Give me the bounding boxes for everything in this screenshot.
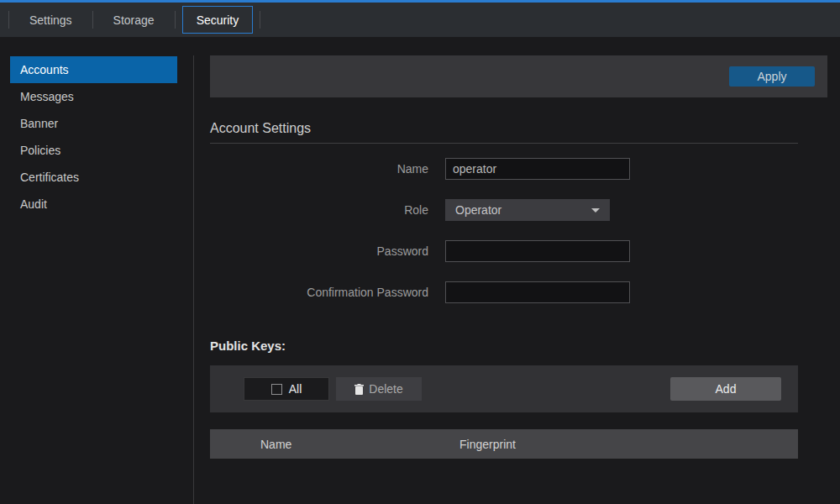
top-tab-bar: Settings Storage Security [0,0,840,37]
column-header-name: Name [210,438,459,451]
public-keys-title: Public Keys: [210,339,286,353]
password-input[interactable] [445,240,630,262]
name-input[interactable] [445,158,630,180]
role-row: Role Operator [210,199,647,221]
sidebar-item-audit[interactable]: Audit [10,191,177,218]
public-keys-table-header: Name Fingerprint [210,429,798,459]
tab-separator [260,11,260,29]
select-all-checkbox[interactable] [271,384,282,395]
sidebar-divider [193,55,194,504]
select-all-label: All [289,382,302,396]
sidebar-item-banner[interactable]: Banner [10,110,177,137]
section-divider [210,143,798,144]
sidebar-item-messages[interactable]: Messages [10,83,177,110]
sidebar: Accounts Messages Banner Policies Certif… [0,37,193,504]
password-row: Password [210,240,647,262]
role-select[interactable]: Operator [445,199,610,221]
role-select-value: Operator [455,203,501,217]
apply-button[interactable]: Apply [729,66,815,87]
trash-icon [354,384,364,395]
confirmation-password-input[interactable] [445,281,630,303]
role-label: Role [210,199,445,221]
delete-label: Delete [369,382,402,396]
password-label: Password [210,240,445,262]
add-button[interactable]: Add [670,377,781,401]
sidebar-item-accounts[interactable]: Accounts [10,56,177,83]
apply-toolbar: Apply [210,55,827,97]
page-title: Account Settings [210,121,311,136]
sidebar-item-policies[interactable]: Policies [10,137,177,164]
sidebar-item-certificates[interactable]: Certificates [10,164,177,191]
select-all-button[interactable]: All [244,377,329,401]
confirmation-password-label: Confirmation Password [210,281,445,303]
public-keys-toolbar: All Delete Add [210,365,798,412]
column-header-fingerprint: Fingerprint [459,438,516,451]
tab-security[interactable]: Security [182,6,254,34]
confirmation-password-row: Confirmation Password [210,281,647,303]
name-label: Name [210,158,445,180]
chevron-down-icon [591,208,600,213]
delete-button[interactable]: Delete [336,377,422,401]
tab-storage[interactable]: Storage [93,3,175,37]
tab-settings[interactable]: Settings [9,3,92,37]
tab-separator [175,11,176,29]
security-page: Settings Storage Security Accounts Messa… [0,0,840,504]
name-row: Name [210,158,647,180]
